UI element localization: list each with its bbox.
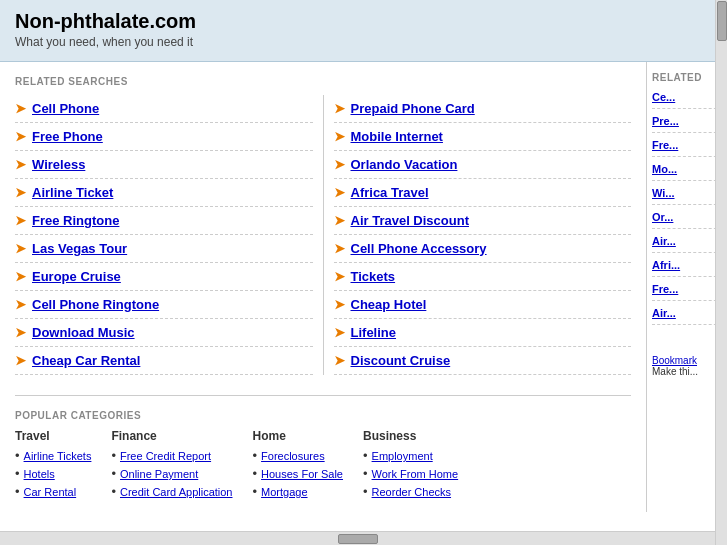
category-link[interactable]: Employment [372, 450, 433, 462]
search-link[interactable]: Airline Ticket [32, 185, 113, 200]
search-link[interactable]: Las Vegas Tour [32, 241, 127, 256]
arrow-icon: ➤ [334, 213, 345, 228]
category-link[interactable]: Car Rental [24, 486, 77, 498]
search-link[interactable]: Cheap Hotel [351, 297, 427, 312]
site-header: Non-phthalate.com What you need, when yo… [0, 0, 727, 62]
search-link[interactable]: Download Music [32, 325, 135, 340]
list-item: ➤Cheap Car Rental [15, 347, 313, 375]
list-item: ➤Las Vegas Tour [15, 235, 313, 263]
search-link[interactable]: Europe Cruise [32, 269, 121, 284]
left-col: ➤Cell Phone➤Free Phone➤Wireless➤Airline … [15, 95, 313, 375]
category-link[interactable]: Foreclosures [261, 450, 325, 462]
category-list: EmploymentWork From HomeReorder Checks [363, 448, 458, 499]
right-panel-link[interactable]: Afri... [652, 259, 722, 277]
right-panel-link[interactable]: Ce... [652, 91, 722, 109]
category-title: Business [363, 429, 458, 443]
right-panel-link[interactable]: Fre... [652, 283, 722, 301]
category-list: ForeclosuresHouses For SaleMortgage [253, 448, 344, 499]
arrow-icon: ➤ [15, 325, 26, 340]
list-item: ➤Africa Travel [334, 179, 632, 207]
category-col: FinanceFree Credit ReportOnline PaymentC… [111, 429, 232, 502]
right-panel-link[interactable]: Air... [652, 235, 722, 253]
right-panel-link[interactable]: Pre... [652, 115, 722, 133]
search-link[interactable]: Mobile Internet [351, 129, 443, 144]
bookmark-link[interactable]: Bookmark [652, 355, 697, 366]
search-link[interactable]: Cheap Car Rental [32, 353, 140, 368]
bookmark-area: Bookmark Make thi... [652, 355, 722, 377]
list-item: ➤Europe Cruise [15, 263, 313, 291]
category-title: Travel [15, 429, 91, 443]
category-title: Home [253, 429, 344, 443]
right-panel-label: RELATED [652, 72, 722, 83]
list-item: ➤Lifeline [334, 319, 632, 347]
list-item: ➤Cell Phone [15, 95, 313, 123]
list-item: ➤Cheap Hotel [334, 291, 632, 319]
list-item: ➤Free Phone [15, 123, 313, 151]
list-item: Employment [363, 448, 458, 463]
search-link[interactable]: Cell Phone [32, 101, 99, 116]
category-list: Free Credit ReportOnline PaymentCredit C… [111, 448, 232, 499]
list-item: Car Rental [15, 484, 91, 499]
search-link[interactable]: Wireless [32, 157, 85, 172]
search-link[interactable]: Cell Phone Accessory [351, 241, 487, 256]
list-item: ➤Prepaid Phone Card [334, 95, 632, 123]
arrow-icon: ➤ [15, 269, 26, 284]
arrow-icon: ➤ [15, 157, 26, 172]
list-item: Work From Home [363, 466, 458, 481]
list-item: Foreclosures [253, 448, 344, 463]
search-link[interactable]: Air Travel Discount [351, 213, 469, 228]
category-col: BusinessEmploymentWork From HomeReorder … [363, 429, 458, 502]
search-link[interactable]: Lifeline [351, 325, 397, 340]
site-subtitle: What you need, when you need it [15, 35, 712, 49]
search-link[interactable]: Free Phone [32, 129, 103, 144]
category-col: HomeForeclosuresHouses For SaleMortgage [253, 429, 344, 502]
category-col: TravelAirline TicketsHotelsCar Rental [15, 429, 91, 502]
category-link[interactable]: Free Credit Report [120, 450, 211, 462]
search-link[interactable]: Africa Travel [351, 185, 429, 200]
list-item: Houses For Sale [253, 466, 344, 481]
list-item: Online Payment [111, 466, 232, 481]
right-panel-link[interactable]: Wi... [652, 187, 722, 205]
list-item: ➤Airline Ticket [15, 179, 313, 207]
category-link[interactable]: Reorder Checks [372, 486, 451, 498]
vertical-scrollbar[interactable] [715, 0, 727, 512]
right-panel-link[interactable]: Fre... [652, 139, 722, 157]
arrow-icon: ➤ [334, 241, 345, 256]
category-link[interactable]: Hotels [24, 468, 55, 480]
category-link[interactable]: Airline Tickets [24, 450, 92, 462]
category-link[interactable]: Houses For Sale [261, 468, 343, 480]
arrow-icon: ➤ [334, 129, 345, 144]
arrow-icon: ➤ [15, 297, 26, 312]
arrow-icon: ➤ [334, 297, 345, 312]
right-panel-link[interactable]: Mo... [652, 163, 722, 181]
site-title: Non-phthalate.com [15, 10, 712, 33]
category-link[interactable]: Credit Card Application [120, 486, 233, 498]
search-link[interactable]: Free Ringtone [32, 213, 119, 228]
list-item: Reorder Checks [363, 484, 458, 499]
list-item: ➤Wireless [15, 151, 313, 179]
search-link[interactable]: Prepaid Phone Card [351, 101, 475, 116]
search-link[interactable]: Tickets [351, 269, 396, 284]
arrow-icon: ➤ [334, 157, 345, 172]
category-link[interactable]: Online Payment [120, 468, 198, 480]
arrow-icon: ➤ [334, 325, 345, 340]
list-item: Hotels [15, 466, 91, 481]
related-searches-label: RELATED SEARCHES [15, 76, 631, 87]
list-item: ➤Discount Cruise [334, 347, 632, 375]
arrow-icon: ➤ [334, 101, 345, 116]
category-link[interactable]: Work From Home [372, 468, 459, 480]
arrow-icon: ➤ [334, 353, 345, 368]
arrow-icon: ➤ [15, 241, 26, 256]
related-searches-grid: ➤Cell Phone➤Free Phone➤Wireless➤Airline … [15, 95, 631, 375]
right-panel-link[interactable]: Or... [652, 211, 722, 229]
search-link[interactable]: Discount Cruise [351, 353, 451, 368]
search-link[interactable]: Cell Phone Ringtone [32, 297, 159, 312]
search-link[interactable]: Orlando Vacation [351, 157, 458, 172]
list-item: ➤Mobile Internet [334, 123, 632, 151]
list-item: Mortgage [253, 484, 344, 499]
category-link[interactable]: Mortgage [261, 486, 307, 498]
list-item: ➤Air Travel Discount [334, 207, 632, 235]
scroll-thumb[interactable] [717, 1, 727, 41]
list-item: ➤Cell Phone Ringtone [15, 291, 313, 319]
right-panel-link[interactable]: Air... [652, 307, 722, 325]
